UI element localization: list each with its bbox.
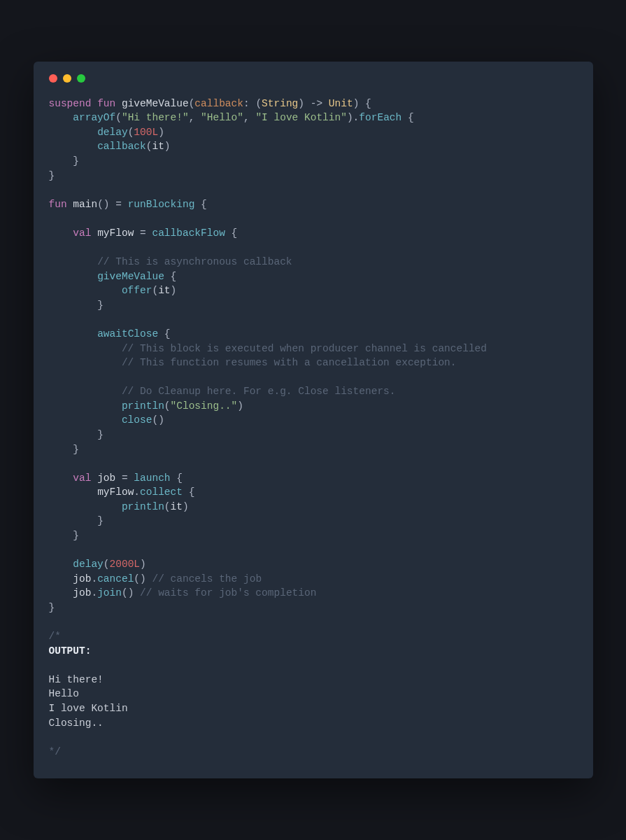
param-callback: callback xyxy=(194,98,243,109)
punct: } xyxy=(97,300,104,311)
punct: ) xyxy=(164,141,171,152)
call-collect: collect xyxy=(140,486,183,498)
punct: . xyxy=(134,486,140,498)
keyword-fun: fun xyxy=(97,98,115,109)
code-block: suspend fun giveMeValue(callback: (Strin… xyxy=(49,97,578,760)
punct: . xyxy=(91,587,97,598)
punct: } xyxy=(49,170,55,181)
punct: { xyxy=(401,112,413,123)
it-ref: it xyxy=(171,501,183,512)
punct: ) xyxy=(237,400,243,412)
call-offer: offer xyxy=(122,285,152,296)
punct: () xyxy=(134,573,152,584)
call-join: join xyxy=(97,587,122,598)
punct: = xyxy=(140,227,146,239)
call-delay: delay xyxy=(97,127,128,138)
punct: ) xyxy=(158,127,164,138)
var-job: job xyxy=(97,472,115,484)
comment: // cancels the job xyxy=(152,573,262,584)
punct xyxy=(322,98,329,109)
call-delay: delay xyxy=(73,559,104,570)
punct: ) xyxy=(171,285,177,296)
punct: () = xyxy=(97,199,128,210)
call-callbackFlow: callbackFlow xyxy=(152,227,225,239)
fn-main: main xyxy=(73,199,97,210)
punct: { xyxy=(225,227,237,239)
keyword-val: val xyxy=(73,227,91,239)
call-forEach: forEach xyxy=(359,112,401,123)
comment: // This block is executed when producer … xyxy=(122,343,487,354)
output-line: Closing.. xyxy=(49,718,104,729)
comment: // This is asynchronous callback xyxy=(97,256,292,267)
close-icon[interactable] xyxy=(49,74,57,83)
punct: } xyxy=(49,602,55,613)
punct: ( xyxy=(115,112,122,123)
call-awaitClose: awaitClose xyxy=(97,328,158,340)
string-literal: "Closing.." xyxy=(171,400,238,412)
comment-open: /* xyxy=(49,631,61,642)
punct: () xyxy=(152,414,164,426)
call-callback: callback xyxy=(97,141,146,152)
call-close: close xyxy=(122,414,152,426)
punct: ( xyxy=(164,400,171,412)
call-println: println xyxy=(122,400,164,412)
call-cancel: cancel xyxy=(97,573,134,584)
punct: ) xyxy=(298,98,310,109)
punct: = xyxy=(122,472,128,484)
call-runBlocking: runBlocking xyxy=(128,199,195,210)
type-unit: Unit xyxy=(329,98,353,109)
punct: } xyxy=(73,155,79,167)
string-literal: "I love Kotlin" xyxy=(255,112,347,123)
output-line: I love Kotlin xyxy=(49,703,128,714)
punct: } xyxy=(73,530,79,541)
output-label: OUTPUT: xyxy=(49,645,92,657)
call-launch: launch xyxy=(134,472,170,484)
output-line: Hello xyxy=(49,688,80,699)
keyword-val: val xyxy=(73,472,91,484)
number-literal: 2000L xyxy=(110,559,141,570)
comment-close: */ xyxy=(49,746,61,757)
string-literal: "Hi there!" xyxy=(122,112,189,123)
minimize-icon[interactable] xyxy=(63,74,71,83)
punct: , xyxy=(189,112,201,123)
punct: ) xyxy=(183,501,189,512)
call-println: println xyxy=(122,501,164,512)
keyword-suspend: suspend xyxy=(49,98,92,109)
punct: ( xyxy=(152,285,158,296)
var-myFlow: myFlow xyxy=(97,486,134,498)
punct: ( xyxy=(104,559,110,570)
fn-giveMeValue: giveMeValue xyxy=(122,98,189,109)
arrow: -> xyxy=(311,98,322,109)
it-ref: it xyxy=(158,285,170,296)
window-titlebar xyxy=(49,74,578,83)
comment: // waits for job's completion xyxy=(140,587,316,598)
call-arrayOf: arrayOf xyxy=(73,112,115,123)
punct: { xyxy=(164,271,176,282)
punct: ). xyxy=(347,112,359,123)
punct: () xyxy=(122,587,140,598)
number-literal: 100L xyxy=(134,127,158,138)
punct: { xyxy=(171,472,183,484)
punct: : ( xyxy=(243,98,262,109)
comment: // This function resumes with a cancella… xyxy=(122,357,457,368)
type-string: String xyxy=(262,98,298,109)
it-ref: it xyxy=(152,141,164,152)
var-myFlow: myFlow xyxy=(97,227,134,239)
var-job: job xyxy=(73,573,91,584)
punct: { xyxy=(194,199,206,210)
output-line: Hi there! xyxy=(49,674,104,685)
punct: { xyxy=(183,486,194,498)
code-window: suspend fun giveMeValue(callback: (Strin… xyxy=(34,62,593,779)
punct: { xyxy=(158,328,170,340)
punct: , xyxy=(243,112,255,123)
punct: ) xyxy=(140,559,146,570)
comment: // Do Cleanup here. For e.g. Close liste… xyxy=(122,386,396,397)
punct: } xyxy=(73,444,79,455)
maximize-icon[interactable] xyxy=(77,74,85,83)
string-literal: "Hello" xyxy=(201,112,243,123)
call-giveMeValue: giveMeValue xyxy=(97,271,164,282)
punct: ( xyxy=(164,501,171,512)
punct: } xyxy=(97,429,104,440)
keyword-fun: fun xyxy=(49,199,67,210)
punct: } xyxy=(97,515,104,526)
